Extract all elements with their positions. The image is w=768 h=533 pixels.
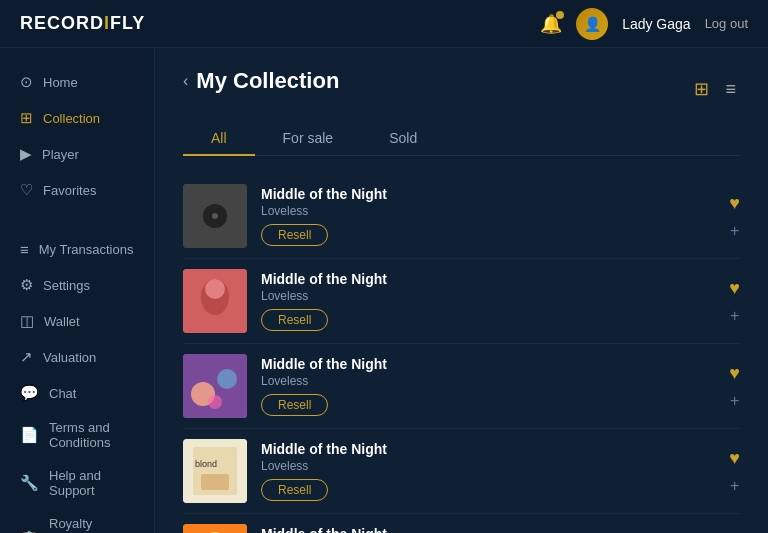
sidebar-secondary-section: ≡ My Transactions ⚙ Settings ◫ Wallet ↗ …	[0, 232, 154, 533]
album-actions: ♥ +	[729, 193, 740, 240]
sidebar-item-chat[interactable]: 💬 Chat	[0, 375, 154, 411]
album-cover	[183, 184, 247, 248]
sidebar-item-label: Player	[42, 147, 79, 162]
list-item: blond Middle of the Night Loveless Resel…	[183, 429, 740, 514]
view-controls: ⊞ ≡	[690, 76, 740, 102]
page-title: My Collection	[196, 68, 339, 94]
sidebar-item-royalty[interactable]: 📋 Royalty Financial Statements	[0, 507, 154, 533]
content-header-row: ‹ My Collection ⊞ ≡	[183, 68, 740, 110]
album-artist: Loveless	[261, 459, 715, 473]
notification-badge	[556, 11, 564, 19]
sidebar-item-label: Home	[43, 75, 78, 90]
svg-rect-14	[183, 524, 247, 533]
player-icon: ▶	[20, 145, 32, 163]
add-icon[interactable]: +	[730, 477, 739, 495]
album-artist: Loveless	[261, 204, 715, 218]
add-icon[interactable]: +	[730, 307, 739, 325]
cover-art	[183, 524, 247, 533]
header-right: 🔔 👤 Lady Gaga Log out	[540, 8, 748, 40]
sidebar-item-terms[interactable]: 📄 Terms and Conditions	[0, 411, 154, 459]
resell-button[interactable]: Resell	[261, 224, 328, 246]
add-icon[interactable]: +	[730, 222, 739, 240]
album-actions: ♥ +	[729, 448, 740, 495]
sidebar-item-label: Favorites	[43, 183, 96, 198]
main-content: ‹ My Collection ⊞ ≡ All For sale Sold	[155, 48, 768, 533]
app-logo: RECORDIFLY	[20, 13, 145, 34]
sidebar-item-player[interactable]: ▶ Player	[0, 136, 154, 172]
favorite-heart-icon[interactable]: ♥	[729, 193, 740, 214]
svg-rect-13	[201, 474, 229, 490]
sidebar-item-home[interactable]: ⊙ Home	[0, 64, 154, 100]
album-title: Middle of the Night	[261, 526, 715, 533]
logout-button[interactable]: Log out	[705, 16, 748, 31]
help-icon: 🔧	[20, 474, 39, 492]
wallet-icon: ◫	[20, 312, 34, 330]
tab-for-sale[interactable]: For sale	[255, 122, 362, 156]
sidebar-item-valuation[interactable]: ↗ Valuation	[0, 339, 154, 375]
album-cover	[183, 269, 247, 333]
list-item: Middle of the Night Loveless Resell ♥ +	[183, 514, 740, 533]
resell-button[interactable]: Resell	[261, 309, 328, 331]
album-info: Middle of the Night Loveless Resell	[261, 356, 715, 416]
favorite-heart-icon[interactable]: ♥	[729, 278, 740, 299]
album-info: Middle of the Night Loveless Resell	[261, 271, 715, 331]
tab-all[interactable]: All	[183, 122, 255, 156]
valuation-icon: ↗	[20, 348, 33, 366]
sidebar-item-favorites[interactable]: ♡ Favorites	[0, 172, 154, 208]
sidebar-item-collection[interactable]: ⊞ Collection	[0, 100, 154, 136]
grid-view-button[interactable]: ⊞	[690, 76, 713, 102]
cover-art: blond	[183, 439, 247, 503]
notification-bell-icon[interactable]: 🔔	[540, 13, 562, 35]
sidebar-item-settings[interactable]: ⚙ Settings	[0, 267, 154, 303]
user-name-label: Lady Gaga	[622, 16, 691, 32]
list-view-button[interactable]: ≡	[721, 76, 740, 102]
add-icon[interactable]: +	[730, 392, 739, 410]
resell-button[interactable]: Resell	[261, 394, 328, 416]
back-icon[interactable]: ‹	[183, 72, 188, 90]
sidebar-item-wallet[interactable]: ◫ Wallet	[0, 303, 154, 339]
album-title: Middle of the Night	[261, 356, 715, 372]
sidebar-item-label: Collection	[43, 111, 100, 126]
list-item: Middle of the Night Loveless Resell ♥ +	[183, 344, 740, 429]
app-layout: ⊙ Home ⊞ Collection ▶ Player ♡ Favorites…	[0, 48, 768, 533]
sidebar-item-transactions[interactable]: ≡ My Transactions	[0, 232, 154, 267]
album-actions: ♥ +	[729, 363, 740, 410]
home-icon: ⊙	[20, 73, 33, 91]
sidebar-item-label: Settings	[43, 278, 90, 293]
album-cover: blond	[183, 439, 247, 503]
favorites-icon: ♡	[20, 181, 33, 199]
terms-icon: 📄	[20, 426, 39, 444]
album-list: Middle of the Night Loveless Resell ♥ + …	[183, 174, 740, 533]
svg-point-8	[217, 369, 237, 389]
album-info: Middle of the Night Loveless Resell	[261, 186, 715, 246]
svg-point-9	[208, 395, 222, 409]
list-item: Middle of the Night Loveless Resell ♥ +	[183, 259, 740, 344]
favorite-heart-icon[interactable]: ♥	[729, 363, 740, 384]
cover-art	[183, 354, 247, 418]
sidebar: ⊙ Home ⊞ Collection ▶ Player ♡ Favorites…	[0, 48, 155, 533]
transactions-icon: ≡	[20, 241, 29, 258]
album-artist: Loveless	[261, 374, 715, 388]
svg-point-5	[205, 279, 225, 299]
chat-icon: 💬	[20, 384, 39, 402]
breadcrumb: ‹ My Collection	[183, 68, 339, 94]
album-cover	[183, 524, 247, 533]
svg-text:blond: blond	[195, 459, 217, 469]
sidebar-item-label: Valuation	[43, 350, 96, 365]
sidebar-item-label: Chat	[49, 386, 76, 401]
album-info: Middle of the Night Loveless Resell	[261, 441, 715, 501]
settings-icon: ⚙	[20, 276, 33, 294]
app-header: RECORDIFLY 🔔 👤 Lady Gaga Log out	[0, 0, 768, 48]
resell-button[interactable]: Resell	[261, 479, 328, 501]
favorite-heart-icon[interactable]: ♥	[729, 448, 740, 469]
cover-art	[183, 184, 247, 248]
sidebar-item-label: Terms and Conditions	[49, 420, 134, 450]
album-artist: Loveless	[261, 289, 715, 303]
album-title: Middle of the Night	[261, 271, 715, 287]
royalty-icon: 📋	[20, 530, 39, 534]
album-title: Middle of the Night	[261, 186, 715, 202]
album-title: Middle of the Night	[261, 441, 715, 457]
sidebar-item-help[interactable]: 🔧 Help and Support	[0, 459, 154, 507]
svg-point-2	[212, 213, 218, 219]
tab-sold[interactable]: Sold	[361, 122, 445, 156]
